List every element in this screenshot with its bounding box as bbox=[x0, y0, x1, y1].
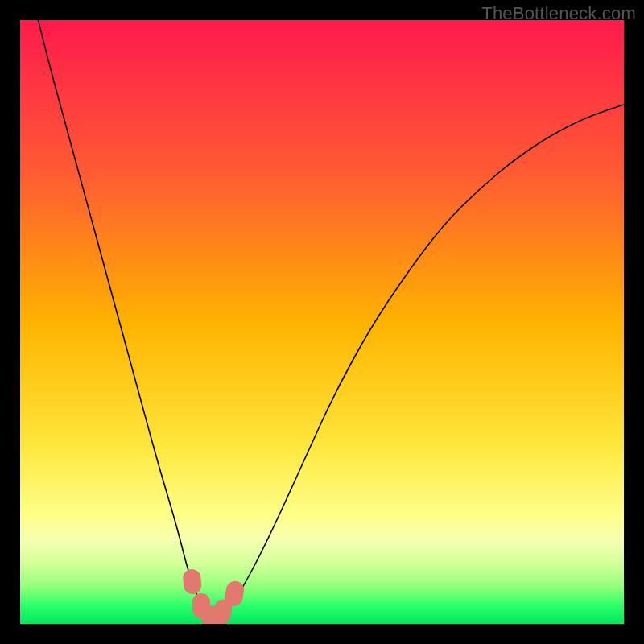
gradient-background bbox=[20, 20, 624, 624]
watermark-text: TheBottleneck.com bbox=[481, 3, 636, 24]
chart-frame: TheBottleneck.com bbox=[0, 0, 644, 644]
bottleneck-plot bbox=[20, 20, 624, 624]
